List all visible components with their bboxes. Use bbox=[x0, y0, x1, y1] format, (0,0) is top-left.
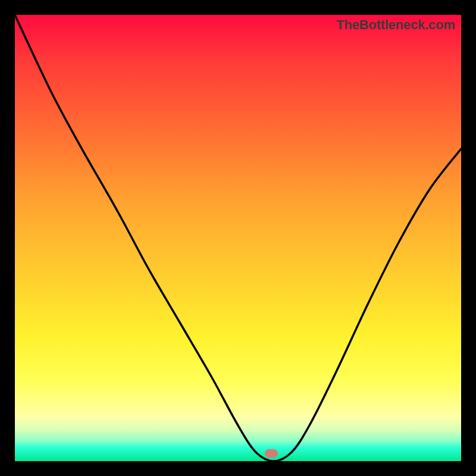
optimum-marker bbox=[265, 449, 278, 458]
bottleneck-curve bbox=[15, 15, 461, 461]
plot-area: TheBottleneck.com bbox=[15, 15, 461, 461]
chart-frame: TheBottleneck.com bbox=[0, 0, 476, 476]
